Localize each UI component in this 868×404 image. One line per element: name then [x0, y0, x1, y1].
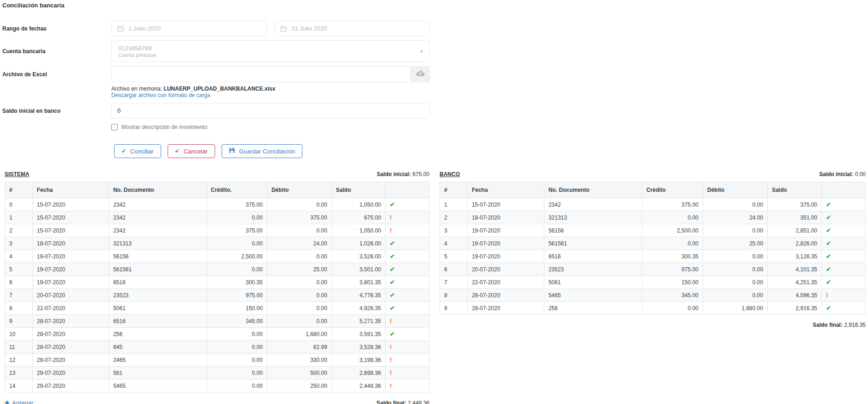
date-start-input[interactable]: 1 Julio 2020: [111, 21, 267, 36]
cell: 1: [5, 211, 33, 224]
show-description-row: Mostrar descripción de movimiento: [111, 124, 866, 130]
table-row: 1228-07-202024650.00330.003,198.36!: [5, 354, 429, 367]
cell: 2,448.36: [332, 380, 386, 392]
status-cell: ✔: [386, 289, 429, 302]
cell: 3,801.35: [332, 276, 386, 289]
cell: 0.00: [206, 380, 267, 392]
show-description-checkbox[interactable]: [111, 124, 118, 130]
bank-account-select[interactable]: 0123456789 Cuenta prinicipal ▼: [111, 40, 430, 62]
exclamation-icon: !: [826, 292, 828, 299]
cell: 7: [440, 276, 468, 289]
cell: 15-07-2020: [467, 198, 544, 211]
chevron-down-icon: ▼: [419, 49, 424, 54]
table-row: 822-07-20205061150.000.004,926.35✔: [5, 302, 429, 315]
status-cell: ✔: [822, 263, 866, 276]
status-cell: !: [386, 341, 429, 354]
cell: 1: [440, 198, 468, 211]
table-row: 419-07-20205615610.0025.002,826.00✔: [440, 237, 866, 250]
conciliar-button[interactable]: ✔ Conciliar: [114, 144, 161, 158]
check-icon: ✔: [826, 305, 831, 312]
column-header: Crédito.: [206, 182, 267, 198]
cell: 25.00: [267, 263, 332, 276]
cell: 0.00: [703, 250, 767, 263]
table-row: 928-07-20202560.001,680.002,916.35✔: [440, 302, 866, 315]
cell: 4,251.35: [767, 276, 821, 289]
cell: 2342: [109, 211, 206, 224]
initial-balance-input[interactable]: [111, 103, 430, 118]
cell: 22-07-2020: [467, 276, 544, 289]
guardar-conciliacion-button[interactable]: Guardar Conciliación: [222, 144, 302, 158]
column-header: No. Documento: [109, 182, 206, 198]
status-cell: ✔: [822, 276, 866, 289]
cell: 3,126.35: [767, 250, 821, 263]
cell: 29-07-2020: [32, 380, 108, 392]
download-template-link[interactable]: Descargar archivo con formato de carga: [111, 92, 210, 98]
column-header: Saldo: [767, 182, 821, 198]
column-header: Débito: [267, 182, 332, 198]
cell: 375.00: [206, 198, 267, 211]
cancelar-button[interactable]: ✔ Cancelar: [168, 144, 215, 158]
check-icon: ✔: [175, 148, 180, 154]
cell: 0.00: [703, 263, 767, 276]
status-cell: ✔: [822, 211, 866, 224]
cell: 8: [5, 302, 33, 315]
cell: 2,500.00: [642, 224, 703, 237]
cell: 4: [440, 237, 468, 250]
cell: 4: [5, 250, 33, 263]
sistema-table: #FechaNo. DocumentoCrédito.DébitoSaldo 0…: [5, 182, 429, 392]
status-cell: !: [822, 289, 866, 302]
cell: 24.00: [267, 237, 332, 250]
table-row: 1429-07-202054650.00250.002,448.36!: [5, 380, 429, 392]
cell: 321313: [109, 237, 206, 250]
cell: 2,851.00: [767, 224, 821, 237]
cell: 28-07-2020: [32, 341, 108, 354]
cell: 0.00: [703, 198, 767, 211]
file-name: LUNAERP_UPLOAD_BANKBALANCE.xlsx: [163, 86, 275, 92]
column-header: #: [5, 182, 33, 198]
date-end-value: 31 Julio 2020: [291, 25, 327, 32]
table-row: 419-07-2020561562,500.000.003,526.00✔: [5, 250, 429, 263]
status-cell: !: [386, 224, 429, 237]
table-row: 720-07-202023523975.000.004,776.35✔: [5, 289, 429, 302]
table-row: 619-07-20206516300.350.003,801.35✔: [5, 276, 429, 289]
cell: 9: [5, 315, 33, 328]
bank-account-label: Cuenta bancaria: [2, 48, 111, 55]
cell: 375.00: [267, 211, 332, 224]
cell: 5061: [544, 276, 642, 289]
table-row: 1128-07-20206450.0062.993,528.36!: [5, 341, 429, 354]
table-row: 1028-07-20202560.001,680.003,591.35✔: [5, 328, 429, 341]
cell: 28-07-2020: [32, 328, 108, 341]
cell: 2,826.00: [767, 237, 821, 250]
cell: 19-07-2020: [467, 224, 544, 237]
upload-button[interactable]: [410, 66, 430, 82]
sistema-saldo-inicial: Saldo inicial: 675.00: [377, 171, 429, 178]
cell: 5465: [544, 289, 642, 302]
table-row: 928-07-20206516345.000.005,271.35!: [5, 315, 429, 328]
cell: 2342: [544, 198, 642, 211]
column-header: Fecha: [467, 182, 544, 198]
cell: 5465: [109, 380, 206, 392]
excel-file-row: Archivo de Excel: [2, 66, 866, 82]
page-title: Conciliación bancaria: [2, 2, 866, 9]
check-icon: ✔: [390, 253, 395, 260]
date-end-input[interactable]: 31 Julio 2020: [274, 21, 430, 36]
cell: 256: [544, 302, 642, 315]
check-icon: ✔: [826, 240, 831, 247]
cell: 5: [5, 263, 33, 276]
cell: 375.00: [767, 198, 821, 211]
exclamation-icon: !: [390, 227, 392, 234]
cell: 0.00: [206, 211, 267, 224]
cell: 0.00: [206, 367, 267, 380]
cell: 256: [109, 328, 206, 341]
cell: 3,501.00: [332, 263, 386, 276]
table-row: 620-07-202023523975.000.004,101.35✔: [440, 263, 866, 276]
cell: 28-07-2020: [467, 289, 544, 302]
cell: 2: [5, 224, 33, 237]
show-description-label: Mostrar descripción de movimiento: [121, 124, 207, 130]
cell: 375.00: [206, 224, 267, 237]
cell: 2,698.36: [332, 367, 386, 380]
agregar-link[interactable]: ✚ Agregar: [5, 399, 33, 404]
excel-file-input[interactable]: [111, 66, 410, 82]
bank-reconciliation-page: Conciliación bancaria Rango de fechas 1 …: [0, 0, 868, 404]
banco-saldo-inicial: Saldo inicial: 0.00: [819, 171, 866, 178]
